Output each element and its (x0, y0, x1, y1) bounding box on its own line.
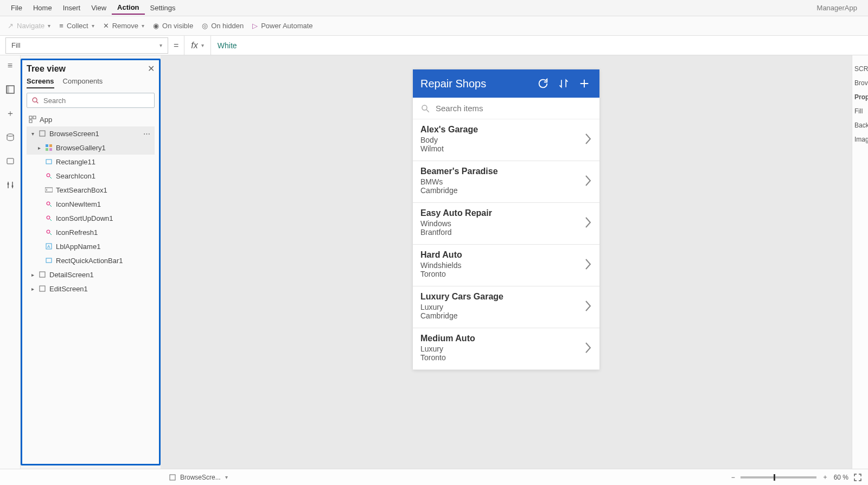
fx-button[interactable]: fx ▾ (184, 36, 210, 55)
item-specialty: Windows (420, 219, 584, 228)
menu-home[interactable]: Home (28, 2, 58, 14)
svg-rect-14 (46, 148, 48, 151)
canvas[interactable]: Repair Shops Alex's GarageBodyWilmotBeam… (161, 55, 852, 469)
item-city: Cambridge (420, 186, 584, 195)
tree-label: LblAppName1 (56, 242, 100, 251)
gallery-item[interactable]: Medium AutoLuxuryToronto (413, 328, 599, 370)
tree-node-rectquickactionbar[interactable]: RectQuickActionBar1 (27, 253, 155, 267)
tree-label: Rectangle11 (56, 158, 95, 166)
data-icon[interactable] (4, 131, 16, 143)
panel-fill[interactable]: Fill (852, 104, 868, 118)
tree-node-textsearchbox[interactable]: TextSearchBox1 (27, 183, 155, 197)
close-icon[interactable]: ✕ (148, 63, 155, 74)
zoom-out-button[interactable]: − (731, 474, 735, 481)
gallery-item[interactable]: Alex's GarageBodyWilmot (413, 119, 599, 161)
tree-label: IconNewItem1 (56, 200, 101, 208)
svg-rect-15 (49, 148, 52, 151)
expand-icon[interactable]: ▸ (30, 286, 35, 292)
svg-rect-26 (40, 272, 45, 277)
tools-icon[interactable] (4, 179, 16, 191)
menu-settings[interactable]: Settings (145, 2, 181, 14)
tab-components[interactable]: Components (63, 77, 103, 88)
media-icon[interactable] (4, 155, 16, 167)
tree-node-app[interactable]: App (27, 112, 155, 126)
tree-view-icon[interactable] (4, 84, 16, 95)
svg-rect-12 (46, 144, 48, 147)
tree-node-browsegallery[interactable]: ▸ BrowseGallery1 (27, 141, 155, 155)
formula-input[interactable]: White (211, 36, 868, 55)
icon-icon (45, 228, 53, 236)
remove-button[interactable]: ✕ Remove ▾ (103, 22, 144, 30)
svg-text:A: A (47, 244, 50, 249)
icon-icon (45, 172, 53, 180)
tree-search-input[interactable] (43, 97, 150, 105)
menu-bar: File Home Insert View Action Settings Ma… (0, 0, 868, 16)
svg-point-28 (422, 105, 427, 110)
left-rail: ≡ ＋ (0, 55, 21, 469)
svg-point-17 (47, 174, 50, 177)
navigate-label: Navigate (17, 22, 44, 30)
tree-node-iconrefresh[interactable]: IconRefresh1 (27, 225, 155, 239)
add-icon[interactable]: ＋ (4, 107, 16, 119)
tree-node-lblappname[interactable]: A LblAppName1 (27, 239, 155, 253)
preview-searchbar[interactable] (413, 98, 599, 119)
collect-button[interactable]: ≡ Collect ▾ (59, 22, 94, 30)
preview-search-input[interactable] (436, 104, 592, 113)
app-icon (29, 116, 36, 123)
gallery-item[interactable]: Beamer's ParadiseBMWsCambridge (413, 161, 599, 203)
tree-node-searchicon[interactable]: SearchIcon1 (27, 169, 155, 183)
status-screen-selector[interactable]: BrowseScre... ▾ (169, 474, 228, 481)
chevron-right-icon[interactable] (584, 175, 592, 187)
menu-action[interactable]: Action (112, 1, 144, 15)
refresh-icon[interactable] (535, 76, 551, 91)
panel-properties-tab[interactable]: Prop (852, 90, 868, 104)
onhidden-button[interactable]: ◎ On hidden (202, 22, 244, 30)
chevron-right-icon[interactable] (584, 300, 592, 312)
tree-node-rectangle[interactable]: Rectangle11 (27, 155, 155, 169)
expand-icon[interactable]: ▸ (30, 272, 35, 278)
menu-view[interactable]: View (86, 2, 112, 14)
gallery-item[interactable]: Hard AutoWindshieldsToronto (413, 245, 599, 286)
menu-insert[interactable]: Insert (58, 2, 86, 14)
svg-rect-3 (7, 158, 14, 164)
zoom-in-button[interactable]: ＋ (822, 473, 828, 482)
svg-line-7 (36, 101, 38, 103)
power-automate-button[interactable]: ▷ Power Automate (252, 22, 312, 30)
chevron-right-icon[interactable] (584, 216, 592, 228)
tree-search[interactable] (27, 93, 155, 108)
properties-panel[interactable]: SCRE Brov Prop Fill Back Imag (852, 55, 868, 469)
gallery-item[interactable]: Easy Auto RepairWindowsBrantford (413, 203, 599, 245)
tree-node-detailscreen[interactable]: ▸ DetailScreen1 (27, 267, 155, 282)
chevron-right-icon[interactable] (584, 342, 592, 354)
onvisible-button[interactable]: ◉ On visible (153, 22, 193, 30)
tree-node-browsescreen[interactable]: ▾ BrowseScreen1 ⋯ (27, 126, 155, 141)
zoom-slider[interactable] (741, 476, 816, 478)
expand-icon[interactable]: ▸ (36, 145, 42, 151)
chevron-right-icon[interactable] (584, 258, 592, 270)
tree-node-iconsortupdown[interactable]: IconSortUpDown1 (27, 211, 155, 225)
chevron-right-icon[interactable] (584, 133, 592, 145)
tree-view-title: Tree view (27, 64, 66, 74)
svg-rect-1 (7, 86, 9, 93)
property-selector[interactable]: Fill ▾ (5, 37, 168, 54)
tab-screens[interactable]: Screens (27, 77, 54, 88)
sort-icon[interactable] (556, 76, 571, 91)
gallery-item[interactable]: Luxury Cars GarageLuxuryCambridge (413, 286, 599, 328)
svg-point-21 (47, 216, 50, 219)
navigate-button[interactable]: ↗ Navigate ▾ (8, 22, 50, 30)
eye-off-icon: ◎ (202, 22, 208, 30)
more-icon[interactable]: ⋯ (140, 130, 155, 138)
panel-background[interactable]: Back (852, 118, 868, 132)
item-city: Toronto (420, 353, 584, 362)
tree-node-editscreen[interactable]: ▸ EditScreen1 (27, 282, 155, 296)
menu-file[interactable]: File (5, 2, 28, 14)
fullscreen-icon[interactable] (854, 474, 861, 481)
hamburger-icon[interactable]: ≡ (4, 60, 16, 72)
zoom-thumb[interactable] (774, 474, 775, 481)
tree-label: BrowseScreen1 (49, 130, 99, 138)
add-icon[interactable] (577, 76, 592, 91)
app-preview: Repair Shops Alex's GarageBodyWilmotBeam… (413, 69, 599, 370)
panel-image[interactable]: Imag (852, 132, 868, 146)
tree-node-iconnewitem[interactable]: IconNewItem1 (27, 197, 155, 211)
collapse-icon[interactable]: ▾ (30, 131, 35, 137)
